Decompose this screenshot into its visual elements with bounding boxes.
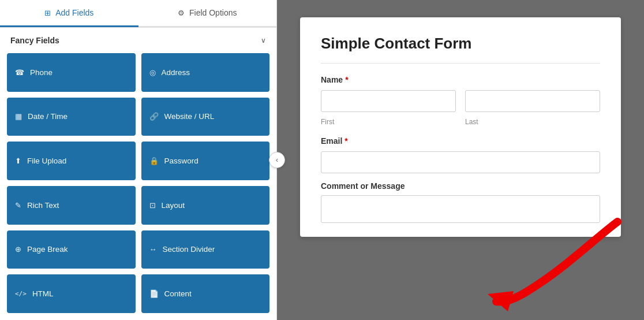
name-inputs-row <box>321 90 600 112</box>
field-btn-html[interactable]: </> HTML <box>7 274 136 313</box>
field-btn-file-upload[interactable]: ⬆ File Upload <box>7 142 136 180</box>
tabs-bar: ⊞ Add Fields ⚙ Field Options <box>0 0 276 27</box>
phone-icon: ☎ <box>15 68 24 77</box>
name-sub-labels: First Last <box>321 116 600 126</box>
email-required-star: * <box>345 136 347 146</box>
add-fields-icon: ⊞ <box>44 9 51 17</box>
collapse-panel-button[interactable]: ‹ <box>269 152 285 168</box>
form-card: Simple Contact Form Name * First Last Em… <box>300 17 621 237</box>
field-btn-section-divider[interactable]: ↔ Section Divider <box>141 230 270 269</box>
tab-field-options-label: Field Options <box>189 8 237 17</box>
first-name-input[interactable] <box>321 90 456 112</box>
tab-add-fields-label: Add Fields <box>55 8 93 17</box>
website-url-icon: 🔗 <box>149 112 159 121</box>
comment-label: Comment or Message <box>321 181 600 191</box>
field-btn-phone[interactable]: ☎ Phone <box>7 53 136 92</box>
name-label: Name * <box>321 75 600 84</box>
date-time-icon: ▦ <box>15 112 22 121</box>
field-btn-website-url[interactable]: 🔗 Website / URL <box>141 98 270 136</box>
name-field-group: Name * First Last <box>321 75 600 126</box>
left-panel: ⊞ Add Fields ⚙ Field Options Fancy Field… <box>0 0 277 320</box>
collapse-chevron-icon: ‹ <box>276 156 278 164</box>
field-btn-date-time[interactable]: ▦ Date / Time <box>7 98 136 136</box>
comment-input-wrap <box>321 195 600 225</box>
fancy-fields-title: Fancy Fields <box>10 36 59 45</box>
form-preview-panel: Simple Contact Form Name * First Last Em… <box>277 0 644 320</box>
field-btn-layout[interactable]: ⊡ Layout <box>141 186 270 225</box>
password-icon: 🔒 <box>149 157 159 165</box>
section-divider-icon: ↔ <box>149 245 157 254</box>
file-upload-icon: ⬆ <box>15 157 21 165</box>
form-title: Simple Contact Form <box>321 35 600 53</box>
comment-textarea[interactable] <box>321 195 600 223</box>
last-name-input[interactable] <box>465 90 600 112</box>
layout-icon: ⊡ <box>149 201 156 210</box>
html-icon: </> <box>15 290 27 297</box>
page-break-icon: ⊕ <box>15 245 21 254</box>
email-field-group: Email * <box>321 136 600 173</box>
field-btn-page-break[interactable]: ⊕ Page Break <box>7 230 136 269</box>
email-label: Email * <box>321 136 600 146</box>
first-name-sub-label: First <box>321 118 456 126</box>
left-panel-wrapper: ⊞ Add Fields ⚙ Field Options Fancy Field… <box>0 0 277 320</box>
tab-field-options[interactable]: ⚙ Field Options <box>138 0 277 27</box>
field-btn-password[interactable]: 🔒 Password <box>141 142 270 180</box>
rich-text-icon: ✎ <box>15 201 21 210</box>
tab-add-fields[interactable]: ⊞ Add Fields <box>0 0 138 27</box>
name-required-star: * <box>345 75 348 84</box>
field-options-icon: ⚙ <box>178 9 185 17</box>
field-btn-rich-text[interactable]: ✎ Rich Text <box>7 186 136 225</box>
fields-grid: ☎ Phone ◎ Address ▦ Date / Time 🔗 Websit… <box>0 51 276 320</box>
email-input[interactable] <box>321 151 600 173</box>
address-icon: ◎ <box>149 68 156 77</box>
last-name-sub-label: Last <box>465 118 600 126</box>
svg-marker-0 <box>488 291 514 311</box>
content-icon: 📄 <box>149 289 159 298</box>
chevron-down-icon[interactable]: ∨ <box>261 36 266 44</box>
form-title-divider <box>321 63 600 64</box>
comment-field-group: Comment or Message <box>321 181 600 225</box>
email-input-wrap <box>321 151 600 173</box>
field-btn-content[interactable]: 📄 Content <box>141 274 270 313</box>
fancy-fields-section-header: Fancy Fields ∨ <box>0 28 276 51</box>
field-btn-address[interactable]: ◎ Address <box>141 53 270 92</box>
